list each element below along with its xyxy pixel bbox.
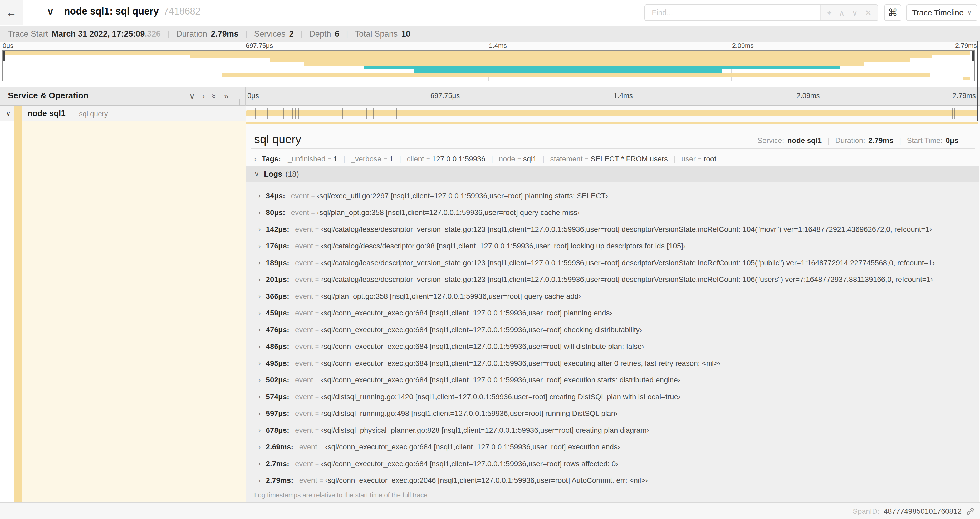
log-timestamp: 678μs:: [266, 426, 289, 434]
tag-key: statement: [550, 155, 583, 163]
chevron-right-icon: ›: [258, 477, 261, 484]
log-timestamp: 486μs:: [266, 342, 289, 351]
service-operation-heading: Service & Operation: [8, 91, 89, 101]
log-entry-row[interactable]: ›678μs:event=‹sql/distsql_physical_plann…: [246, 422, 980, 439]
equals-sign: =: [315, 360, 319, 367]
minimap-span: [364, 65, 840, 69]
equals-sign: =: [315, 276, 319, 283]
span-bar-row[interactable]: [246, 106, 980, 121]
log-field-key: event: [295, 426, 313, 434]
summary-label: Duration: [176, 29, 207, 39]
next-match-icon[interactable]: ∨: [852, 8, 858, 18]
log-entry-row[interactable]: ›189μs:event=‹sql/catalog/lease/descript…: [246, 254, 980, 271]
log-field-key: event: [295, 393, 313, 401]
log-entry-row[interactable]: ›597μs:event=‹sql/distsql_running.go:498…: [246, 405, 980, 422]
match-locate-icon[interactable]: ⌖: [827, 8, 832, 18]
summary-label: Depth: [309, 29, 331, 39]
log-field-key: event: [299, 476, 317, 485]
back-button[interactable]: ←: [0, 0, 23, 25]
timeline-gridline: [612, 87, 612, 121]
trace-timeline-page: ← ∨ node sql1: sql query7418682 ⌖∧∨✕ ⌘ T…: [0, 0, 980, 519]
collapse-one-icon[interactable]: ∨: [189, 91, 195, 101]
log-field-key: event: [295, 275, 313, 284]
tag-value: SELECT * FROM users: [590, 155, 668, 163]
separator: |: [399, 155, 401, 163]
find-controls: ⌖∧∨✕: [820, 5, 878, 20]
chevron-down-icon: ∨: [967, 9, 972, 16]
log-field-key: event: [295, 409, 313, 418]
log-field-key: event: [295, 460, 313, 468]
log-entry-row[interactable]: ›2.79ms:event=‹sql/conn_executor_exec.go…: [246, 472, 980, 489]
minimap-right-scrubber-handle[interactable]: [972, 51, 974, 61]
clear-search-icon[interactable]: ✕: [865, 8, 872, 18]
log-field-value: ‹sql/catalog/lease/descriptor_version_st…: [321, 259, 935, 267]
log-entry-row[interactable]: ›366μs:event=‹sql/plan_opt.go:358 [nsql1…: [246, 288, 980, 305]
trace-summary-item: Services2: [254, 29, 294, 39]
chevron-right-icon: ›: [258, 426, 261, 434]
minimap-tick-label: 0μs: [3, 42, 13, 50]
tags-section-header[interactable]: › Tags: _unfinished=1|_verbose=1|client=…: [254, 155, 716, 163]
tag-value: sql1: [523, 155, 537, 163]
ruler-tick-label: 0μs: [247, 92, 259, 100]
logs-footnote: Log timestamps are relative to the start…: [254, 491, 429, 499]
equals-sign: =: [328, 156, 331, 163]
log-entry-row[interactable]: ›486μs:event=‹sql/conn_executor_exec.go:…: [246, 339, 980, 355]
log-entry-row[interactable]: ›574μs:event=‹sql/distsql_running.go:142…: [246, 388, 980, 405]
collapse-all-icon[interactable]: »: [210, 94, 219, 98]
summary-label: Total Spans: [355, 29, 398, 39]
timeline-right-bound[interactable]: [977, 41, 978, 126]
chevron-right-icon: ›: [258, 359, 261, 367]
log-entry-row[interactable]: ›502μs:event=‹sql/conn_executor_exec.go:…: [246, 372, 980, 389]
log-entry-row[interactable]: ›2.69ms:event=‹sql/conn_executor_exec.go…: [246, 439, 980, 456]
find-input[interactable]: [645, 5, 820, 20]
logs-section-header[interactable]: ∨ Logs (18): [246, 166, 980, 182]
expand-all-icon[interactable]: »: [224, 92, 229, 101]
separator: |: [542, 155, 544, 163]
log-field-value: ‹sql/distsql_running.go:1420 [nsql1,clie…: [321, 393, 681, 401]
column-resizer-handle[interactable]: [239, 99, 245, 106]
separator: |: [301, 30, 302, 38]
prev-match-icon[interactable]: ∧: [839, 8, 845, 18]
log-entry-row[interactable]: ›2.7ms:event=‹sql/conn_executor_exec.go:…: [246, 455, 980, 472]
tag-item: _verbose=1: [351, 155, 393, 163]
span-log-tick: [366, 108, 367, 119]
log-entry-row[interactable]: ›459μs:event=‹sql/conn_executor_exec.go:…: [246, 305, 980, 322]
equals-sign: =: [315, 410, 319, 417]
log-entry-row[interactable]: ›34μs:event=‹sql/exec_util.go:2297 [nsql…: [246, 187, 980, 204]
minimap-canvas[interactable]: [2, 50, 975, 81]
log-entry-row[interactable]: ›176μs:event=‹sql/catalog/descs/descript…: [246, 238, 980, 255]
log-entry-row[interactable]: ›142μs:event=‹sql/catalog/lease/descript…: [246, 221, 980, 238]
log-entry-row[interactable]: ›201μs:event=‹sql/catalog/lease/descript…: [246, 271, 980, 288]
span-log-tick: [375, 108, 377, 119]
trace-view-selector[interactable]: Trace Timeline ∨: [906, 5, 977, 21]
expand-one-icon[interactable]: ›: [202, 92, 205, 101]
timeline-collapse-controls: ∨›»»: [189, 87, 228, 105]
equals-sign: =: [315, 393, 319, 401]
separator: |: [167, 30, 169, 38]
log-timestamp: 502μs:: [266, 376, 289, 384]
span-bar-echo: [246, 121, 978, 125]
span-row[interactable]: ∨ node sql1 sql query: [0, 106, 246, 121]
trace-id: 7418682: [164, 6, 200, 17]
tag-key: node: [499, 155, 515, 163]
minimap-tick-label: 2.79ms: [955, 42, 977, 50]
log-entry-row[interactable]: ›495μs:event=‹sql/conn_executor_exec.go:…: [246, 355, 980, 372]
tag-item: node=sql1: [499, 155, 537, 163]
log-entry-row[interactable]: ›476μs:event=‹sql/conn_executor_exec.go:…: [246, 321, 980, 339]
minimap-left-scrubber-handle[interactable]: [3, 51, 5, 61]
link-icon[interactable]: [966, 507, 975, 516]
trace-summary-bar: Trace StartMarch 31 2022, 17:25:09.326|D…: [0, 26, 980, 42]
log-entry-row[interactable]: ›80μs:event=‹sql/plan_opt.go:358 [nsql1,…: [246, 204, 980, 221]
separator: |: [245, 30, 247, 38]
span-collapse-chevron-icon[interactable]: ∨: [6, 109, 11, 118]
tag-key: user: [681, 155, 695, 163]
summary-label: Services: [254, 29, 286, 39]
trace-summary-item: Trace StartMarch 31 2022, 17:25:09.326: [8, 29, 161, 39]
ruler-tick-label: 697.75μs: [431, 92, 460, 100]
meta-value: 0μs: [946, 136, 958, 145]
keyboard-shortcuts-button[interactable]: ⌘: [884, 5, 902, 21]
span-log-tick: [377, 108, 378, 119]
trace-collapse-chevron-icon[interactable]: ∨: [47, 6, 54, 18]
equals-sign: =: [383, 156, 387, 163]
equals-sign: =: [315, 309, 319, 317]
